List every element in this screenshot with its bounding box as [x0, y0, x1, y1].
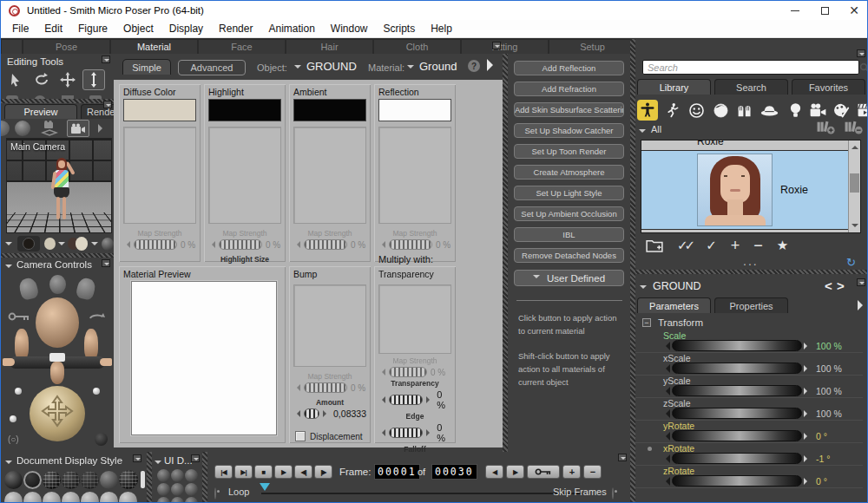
room-tab[interactable]: Cloth [374, 40, 460, 54]
dial-decrement-icon[interactable] [661, 342, 670, 350]
style-wireframe[interactable] [43, 471, 61, 489]
rotate-tool[interactable] [30, 69, 53, 90]
next-actor-button[interactable]: > [837, 278, 845, 293]
left-hand-camera-icon[interactable] [17, 277, 39, 301]
dial-decrement-icon[interactable] [661, 432, 670, 441]
tab-parameters[interactable]: Parameters [637, 297, 711, 313]
library-item-partial-top[interactable]: Roxie [641, 140, 849, 150]
camera-dot-icon[interactable]: (○) [8, 434, 19, 444]
ui-dot[interactable] [185, 497, 198, 503]
slider-left-arrow-icon[interactable] [378, 241, 385, 248]
camera-controls-collapse-icon[interactable] [5, 265, 12, 271]
camera-flyover-icon[interactable] [39, 121, 60, 136]
slider-left-arrow-icon[interactable] [208, 241, 215, 248]
dial-decrement-icon[interactable] [661, 409, 670, 418]
prev-actor-button[interactable]: < [825, 278, 832, 293]
ambient-color-swatch[interactable] [293, 99, 366, 121]
room-tab[interactable]: Setup [549, 40, 635, 54]
resize-grip-dots[interactable]: ... [743, 254, 759, 268]
menu-item[interactable]: Animation [260, 20, 322, 38]
menu-item[interactable]: Edit [36, 20, 70, 38]
bg-color-well[interactable] [17, 236, 40, 252]
ui-dot[interactable] [185, 469, 198, 482]
slider-left-arrow-icon[interactable] [378, 369, 385, 376]
slider-right-arrow-icon[interactable] [426, 396, 433, 403]
diffuse-texture-well[interactable] [123, 127, 196, 224]
params-collapse-icon[interactable] [640, 285, 647, 292]
menu-item[interactable]: Help [423, 20, 460, 38]
translate-tool[interactable] [56, 69, 79, 90]
bump-texture-well[interactable] [293, 284, 366, 367]
edge-slider[interactable] [389, 428, 423, 438]
transparency-slider[interactable] [389, 395, 423, 405]
animation-menu-button[interactable] [618, 454, 627, 461]
room-tab[interactable]: Face [199, 40, 285, 54]
slider-left-arrow-icon[interactable] [123, 241, 130, 248]
rotate-arrow-icon[interactable] [88, 311, 107, 322]
transparency-map-strength-slider[interactable] [389, 367, 427, 377]
menu-item[interactable]: Scripts [376, 20, 424, 38]
favorite-icon[interactable]: ★ [777, 238, 788, 253]
transparency-texture-well[interactable] [378, 284, 451, 354]
bump-amount-slider[interactable] [304, 408, 319, 419]
wacro-button[interactable]: Create Atmosphere [514, 165, 624, 180]
doc-style-menu-button[interactable] [133, 454, 141, 462]
apply-icon[interactable]: ✓ [706, 238, 717, 253]
library-item-partial-bottom[interactable]: Roxie REV [641, 230, 849, 233]
ui-dot[interactable] [157, 497, 170, 503]
reflection-color-swatch[interactable] [378, 99, 451, 121]
highlight-map-strength-slider[interactable] [219, 239, 262, 250]
dial-increment-icon[interactable] [804, 388, 811, 395]
category-figures-icon[interactable] [637, 100, 658, 121]
category-materials-icon[interactable] [831, 100, 852, 121]
camera-row-more-icon[interactable] [98, 124, 107, 133]
ui-dots-menu-button[interactable] [191, 454, 200, 462]
menu-item[interactable]: Figure [70, 20, 115, 38]
style-hidden-line[interactable] [62, 471, 80, 489]
transport-button[interactable]: |◀ [214, 465, 233, 479]
maximize-button[interactable] [810, 1, 839, 20]
category-props-icon[interactable] [759, 100, 779, 121]
new-folder-icon[interactable] [646, 238, 663, 252]
camera-dolly-icon[interactable] [67, 120, 89, 137]
library-item-selected[interactable]: Roxie [641, 151, 849, 229]
material-dropdown[interactable]: Ground [419, 60, 457, 73]
menu-item[interactable]: Object [115, 20, 161, 38]
object-dropdown-icon[interactable] [294, 65, 301, 72]
tab-advanced[interactable]: Advanced [178, 60, 246, 75]
style-scroll-bar[interactable] [141, 471, 145, 488]
reflection-texture-well[interactable] [378, 127, 451, 224]
dial-decrement-icon[interactable] [661, 364, 670, 373]
tab-preview[interactable]: Preview [4, 104, 77, 119]
style-caret-icon[interactable] [5, 242, 12, 249]
ui-dot[interactable] [157, 483, 170, 496]
next-keyframe-button[interactable]: ▶ [506, 465, 524, 479]
tab-properties[interactable]: Properties [714, 297, 788, 313]
add-item-icon[interactable]: + [731, 237, 740, 255]
track-dot-icon[interactable] [15, 388, 22, 395]
dial-slider[interactable] [672, 340, 802, 351]
slider-left-arrow-icon[interactable] [378, 429, 385, 436]
all-filter-caret-icon[interactable] [639, 129, 646, 136]
wacro-button[interactable]: IBL [514, 227, 624, 242]
transform-group-header[interactable]: − Transform [642, 317, 703, 328]
scroll-up-icon[interactable] [852, 142, 858, 149]
preview-menu-button[interactable] [103, 101, 112, 108]
tab-favorites[interactable]: Favorites [792, 79, 865, 95]
material-dropdown-icon[interactable] [407, 65, 414, 72]
dial-slider[interactable] [672, 475, 802, 487]
style-outline[interactable] [23, 471, 42, 489]
help-icon[interactable]: ? [468, 60, 480, 72]
user-defined-button[interactable]: User Defined [514, 270, 624, 286]
viewport-figure[interactable] [50, 158, 73, 225]
category-hands-icon[interactable] [734, 100, 755, 121]
dial-slider[interactable] [672, 430, 802, 441]
track-dot-icon[interactable] [10, 415, 16, 422]
add-keyframe-button[interactable]: + [562, 465, 581, 479]
track-dot-icon[interactable] [93, 388, 100, 395]
slider-left-arrow-icon[interactable] [378, 396, 385, 403]
displacement-checkbox[interactable] [295, 431, 306, 441]
well-caret-icon[interactable] [91, 242, 98, 249]
minimize-button[interactable] [780, 1, 810, 20]
ground-color-well[interactable] [76, 237, 89, 251]
